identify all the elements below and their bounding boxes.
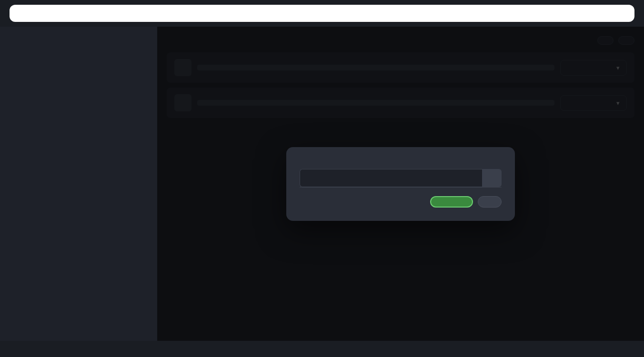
add-application-modal: [286, 147, 515, 221]
search-input[interactable]: [300, 169, 482, 187]
sidebar: [0, 27, 157, 341]
cancel-button[interactable]: [478, 196, 502, 208]
content-area: ▾ ▾: [157, 27, 644, 341]
ok-button[interactable]: [430, 196, 473, 208]
app-list: [300, 187, 502, 188]
modal-footer: [300, 196, 502, 208]
browse-button[interactable]: [482, 169, 502, 187]
scrollbar-thumb[interactable]: [497, 187, 500, 188]
modal-overlay: [157, 27, 644, 341]
top-banner: [10, 5, 634, 22]
search-row: [300, 169, 502, 187]
footer-buttons: [430, 196, 502, 208]
